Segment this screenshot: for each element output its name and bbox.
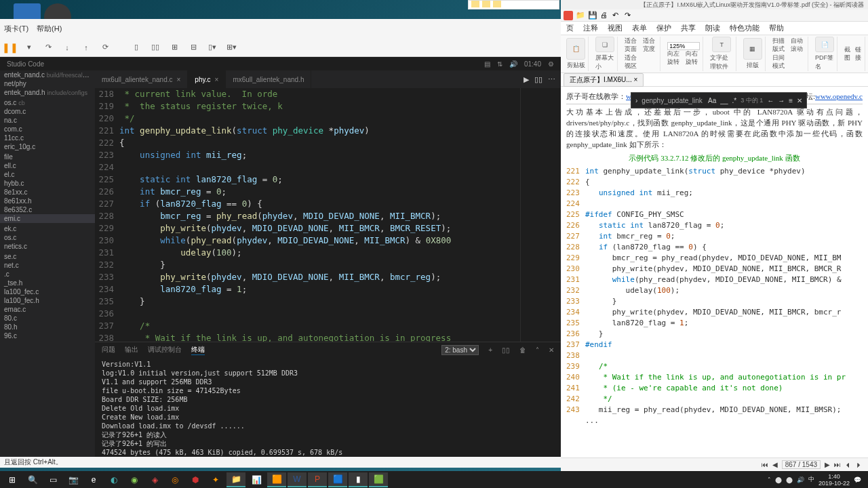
gear-icon[interactable]: ⚙	[548, 60, 554, 68]
chevron-right-icon[interactable]: ›	[635, 97, 637, 104]
step-out-icon[interactable]: ↑	[80, 41, 92, 54]
plus-icon[interactable]: +	[488, 346, 492, 354]
step-over-icon[interactable]: ↷	[42, 41, 54, 54]
explorer-item[interactable]: com.c	[0, 125, 95, 134]
ribbon-btn[interactable]: 链接	[855, 46, 862, 62]
app-icon[interactable]: 🟩	[369, 472, 388, 487]
panel-tab[interactable]: 问题	[102, 345, 115, 354]
explorer-item[interactable]: emi.c	[0, 214, 95, 223]
fit-icon[interactable]: ❏	[595, 37, 614, 52]
editor-tab[interactable]: phy.c×	[188, 70, 226, 88]
editor-tab[interactable]: mx6ull_alientek_nand.h	[226, 70, 311, 88]
ribbon-btn[interactable]: 适合宽度	[643, 37, 657, 54]
menu-item[interactable]: 帮助	[769, 23, 784, 33]
app-icon[interactable]: 🟧	[267, 472, 286, 487]
next-icon[interactable]: →	[778, 97, 785, 104]
layout-icon[interactable]: ⊟	[187, 41, 199, 54]
panel-tab[interactable]: 终端	[191, 345, 205, 355]
edge-icon[interactable]: e	[84, 472, 103, 487]
chevron-up-icon[interactable]: ˄	[536, 346, 539, 354]
ribbon-btn[interactable]: 向左旋转	[667, 50, 682, 66]
explorer-item[interactable]: 80.h	[0, 323, 95, 331]
ribbon-btn[interactable]: 自动滚动	[791, 37, 805, 54]
dropdown-icon[interactable]: ⊞▾	[225, 41, 237, 54]
explorer-item[interactable]: na.c	[0, 116, 95, 125]
clipboard-icon[interactable]: 📋	[566, 38, 585, 60]
print-icon[interactable]: 🖨	[600, 11, 610, 20]
next-view-icon[interactable]: ⏵	[856, 461, 863, 468]
match-case-icon[interactable]: Aa	[708, 97, 716, 104]
explorer-item[interactable]: 11cc.c	[0, 134, 95, 142]
close-icon[interactable]: ✕	[549, 346, 554, 354]
editor-tab[interactable]: mx6ull_alientek_nand.c×	[95, 70, 188, 88]
restart-icon[interactable]: ⟳	[99, 41, 111, 54]
pdf-tab[interactable]: 正点原子】I.MX6U... ×	[564, 73, 644, 87]
app-icon[interactable]: 🟦	[328, 472, 347, 487]
explorer-item[interactable]: netics.c	[0, 242, 95, 251]
notification-icon[interactable]: 💬	[854, 476, 861, 483]
trash-icon[interactable]: 🗑	[519, 346, 526, 354]
minimap[interactable]	[520, 88, 561, 342]
system-tray[interactable]: ˄ ⬤ ⬤ 🔊 中 1:40 2019-10-22 💬	[764, 473, 865, 487]
ribbon-btn[interactable]: 适合视区	[625, 54, 639, 70]
explorer-item[interactable]: eric_10g.c	[0, 142, 95, 151]
explorer-icon[interactable]: 📁	[226, 472, 245, 487]
search-icon[interactable]: 🔍	[23, 472, 42, 487]
ribbon-btn[interactable]: 截图	[844, 46, 851, 62]
whole-word-icon[interactable]: __	[720, 97, 728, 104]
app-icon[interactable]: ◐	[104, 472, 123, 487]
layout-icon[interactable]: ▯▯	[149, 41, 161, 54]
explorer-item[interactable]: net.c	[0, 261, 95, 270]
volume-icon[interactable]: 🔊	[797, 476, 804, 483]
close-icon[interactable]: ×	[215, 76, 219, 83]
app-icon[interactable]: ⬢	[186, 472, 205, 487]
explorer-item[interactable]: 96.c	[0, 331, 95, 340]
pdf-page[interactable]: 原子哥在线教学：www.yuanzige.com 论坛:www.openedv.…	[561, 87, 868, 458]
explorer-item[interactable]: la100_fec.c	[0, 287, 95, 296]
code-lines[interactable]: * current link value. In orde * the stat…	[119, 88, 520, 342]
open-icon[interactable]: 📁	[576, 11, 585, 20]
app-icon[interactable]: ✦	[206, 472, 225, 487]
explorer-item[interactable]: .c	[0, 270, 95, 279]
app-icon[interactable]: ◎	[165, 472, 184, 487]
menu-item[interactable]: 页	[566, 23, 574, 33]
terminal-icon[interactable]: ▮	[349, 472, 368, 487]
ime-icon[interactable]: 中	[808, 475, 814, 484]
app-icon[interactable]: 📊	[247, 472, 266, 487]
selection-icon[interactable]: ≡	[789, 97, 793, 104]
dropdown-icon[interactable]: ▾	[23, 41, 35, 54]
explorer-item[interactable]: entek_nand.c build/freescale/mx6...	[0, 70, 95, 79]
sign-icon[interactable]: 📄	[815, 37, 834, 52]
powerpoint-icon[interactable]: P	[308, 472, 327, 487]
find-widget[interactable]: › genphy_update_link Aa __ .* 3 中的 1 ← →…	[631, 92, 807, 108]
explorer-item[interactable]: hybb.c	[0, 179, 95, 188]
redo-icon[interactable]: ↷	[625, 11, 634, 20]
layout-icon[interactable]: ⊞	[168, 41, 180, 54]
explorer-item[interactable]: emac.c	[0, 305, 95, 314]
tray-icon[interactable]: ⬤	[775, 476, 782, 483]
explorer-item[interactable]: el.c	[0, 170, 95, 179]
explorer-item[interactable]: _tse.h	[0, 279, 95, 287]
explorer-item[interactable]: ek.c	[0, 224, 95, 233]
clock[interactable]: 1:40 2019-10-22	[818, 473, 850, 487]
run-icon[interactable]: ▶	[524, 75, 529, 84]
find-input[interactable]: genphy_update_link	[642, 97, 704, 104]
prev-icon[interactable]: ←	[767, 97, 774, 104]
page-indicator[interactable]: 867 / 1543	[782, 460, 821, 469]
regex-icon[interactable]: .*	[732, 97, 736, 104]
save-icon[interactable]: 💾	[588, 11, 597, 20]
chevron-up-icon[interactable]: ˄	[768, 476, 771, 483]
explorer-item[interactable]: ell.c	[0, 161, 95, 170]
link[interactable]: www.openedv.c	[815, 92, 863, 100]
first-page-icon[interactable]: ⏮	[762, 461, 768, 468]
menu-item[interactable]: 注释	[583, 23, 598, 33]
explorer-item[interactable]: 8e1xx.c	[0, 188, 95, 197]
code-editor[interactable]: 2182192202212222232242252262272282292302…	[95, 88, 561, 342]
compare-icon[interactable]: ⇅	[497, 60, 502, 68]
explorer-item[interactable]: net/phy	[0, 79, 95, 88]
undo-icon[interactable]: ↶	[612, 11, 622, 20]
step-into-icon[interactable]: ↓	[61, 41, 73, 54]
close-icon[interactable]: ×	[633, 76, 637, 83]
explorer-item[interactable]: 80.c	[0, 314, 95, 323]
start-button[interactable]: ⊞	[3, 472, 22, 487]
